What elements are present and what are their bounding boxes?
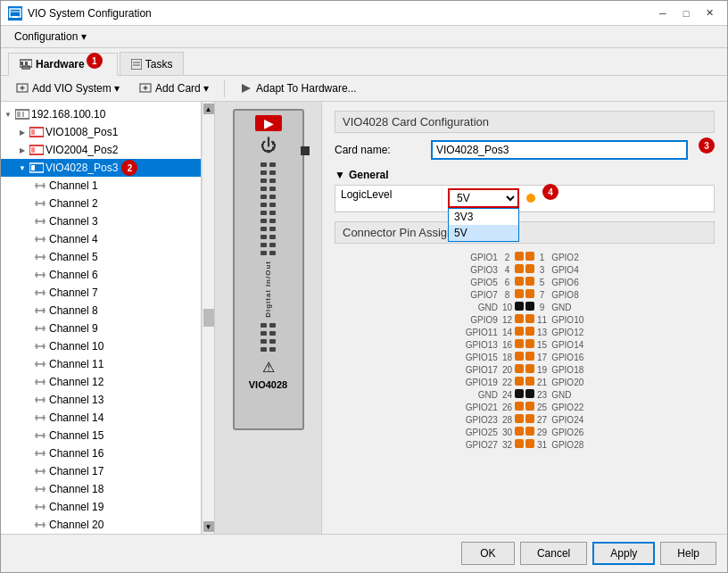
pin-left-num: 2 [500, 251, 514, 263]
pin-left-label: GPIO17 [463, 363, 500, 376]
tree-item-ch17[interactable]: Channel 17 [1, 462, 201, 480]
tree-item-ch20[interactable]: Channel 20 [1, 516, 201, 534]
pin-row-11: GND 24 23 GND [463, 388, 587, 401]
maximize-button[interactable]: □ [675, 4, 697, 22]
pin-row-2: GPIO5 6 5 GPIO6 [463, 276, 587, 288]
pin-row-15: GPIO27 32 31 GPIO28 [463, 438, 587, 451]
expand-root[interactable]: ▼ [3, 109, 13, 120]
pin-left-dot [514, 276, 525, 288]
ch18-label: Channel 18 [49, 483, 103, 495]
tree-item-root[interactable]: ▼ 192.168.100.10 [1, 105, 201, 123]
pin-left-num: 16 [500, 338, 514, 351]
option-5v[interactable]: 5V [449, 225, 518, 241]
option-3v3[interactable]: 3V3 [449, 209, 518, 225]
general-header: ▼ General [335, 169, 715, 181]
help-button[interactable]: Help [660, 542, 716, 565]
pin-left-label: GPIO9 [463, 313, 500, 326]
tree-item-ch18[interactable]: Channel 18 [1, 480, 201, 498]
tree-item-ch3[interactable]: Channel 3 [1, 212, 201, 230]
minimize-button[interactable]: ─ [652, 4, 674, 22]
pin-row-0: GPIO1 2 1 GPIO2 [463, 251, 587, 263]
vio1008-label: VIO1008_Pos1 [46, 126, 118, 138]
root-icon [15, 107, 29, 121]
pin-left-label: GPIO13 [463, 338, 500, 351]
badge-1: 1 [87, 53, 103, 69]
tree-item-ch13[interactable]: Channel 13 [1, 391, 201, 409]
expand-vio4028[interactable]: ▼ [17, 162, 28, 173]
pin-row-3: GPIO7 8 7 GPIO8 [463, 288, 587, 301]
tree-item-ch4[interactable]: Channel 4 [1, 230, 201, 248]
svg-rect-0 [10, 9, 21, 17]
logic-level-select[interactable]: 3V3 5V [448, 188, 519, 208]
pin-left-label: GPIO7 [463, 288, 500, 301]
title-text: VIO System Configuration [28, 7, 152, 20]
pin-right-dot [525, 426, 535, 438]
card-name-row: Card name: 3 [335, 140, 715, 160]
ch4-label: Channel 4 [49, 233, 98, 245]
tree-item-ch14[interactable]: Channel 14 [1, 409, 201, 427]
tree-item-ch15[interactable]: Channel 15 [1, 427, 201, 444]
pin-row-6: GPIO11 14 13 GPIO12 [463, 326, 587, 338]
card-name-input[interactable] [431, 140, 688, 160]
adapt-hardware-button[interactable]: Adapt To Hardware... [232, 79, 365, 97]
pin-right-label: GPIO10 [549, 313, 586, 326]
tree-item-ch1[interactable]: Channel 1 [1, 177, 201, 195]
configuration-menu[interactable]: Configuration ▾ [8, 28, 93, 46]
add-card-button[interactable]: Add Card ▾ [131, 79, 217, 97]
pin-left-num: 24 [500, 388, 514, 401]
warning-icon: ⚠ [262, 359, 275, 376]
tree-root-label: 192.168.100.10 [31, 108, 105, 120]
tree-item-ch9[interactable]: Channel 9 [1, 320, 201, 337]
tree-scrollbar[interactable]: ▲ ▼ [202, 102, 214, 534]
footer-buttons: OK Cancel Apply Help [1, 534, 727, 572]
tree-item-vio4028[interactable]: ▼ VIO4028_Pos3 2 [1, 159, 201, 177]
tree-item-ch5[interactable]: Channel 5 [1, 248, 201, 266]
tree-item-vio1008[interactable]: ▶ VIO1008_Pos1 [1, 123, 201, 141]
pin-left-num: 20 [500, 363, 514, 376]
ch7-label: Channel 7 [49, 286, 98, 299]
tree-item-ch6[interactable]: Channel 6 [1, 266, 201, 284]
collapse-icon[interactable]: ▼ [335, 169, 345, 181]
tree-item-ch16[interactable]: Channel 16 [1, 444, 201, 462]
tree-item-ch8[interactable]: Channel 8 [1, 302, 201, 320]
pin-left-num: 30 [500, 426, 514, 438]
app-icon [8, 6, 22, 21]
svg-rect-21 [31, 129, 35, 135]
pin-right-dot [525, 288, 535, 301]
expand-vio2004[interactable]: ▶ [17, 145, 28, 155]
svg-rect-18 [17, 112, 21, 117]
tab-tasks[interactable]: Tasks [120, 52, 185, 75]
pin-left-dot [514, 376, 525, 388]
tree-item-ch7[interactable]: Channel 7 [1, 284, 201, 302]
ch13-label: Channel 13 [49, 394, 103, 406]
add-vio-system-button[interactable]: Add VIO System ▾ [8, 79, 128, 97]
pin-right-dot [525, 388, 535, 401]
close-button[interactable]: ✕ [699, 4, 720, 22]
pin-right-num: 9 [535, 301, 549, 313]
tab-hardware[interactable]: Hardware 1 [8, 53, 118, 76]
pin-right-num: 15 [535, 338, 549, 351]
apply-button[interactable]: Apply [592, 542, 655, 565]
pin-right-label: GPIO24 [549, 413, 586, 426]
tree-item-ch11[interactable]: Channel 11 [1, 355, 201, 373]
add-card-label: Add Card ▾ [155, 82, 209, 95]
svg-rect-6 [25, 62, 28, 65]
ok-button[interactable]: OK [461, 542, 515, 565]
pin-right-label: GPIO20 [549, 376, 586, 388]
main-panel: ▶ ⏻ [215, 102, 727, 534]
pin-right-dot [525, 351, 535, 363]
tree-item-ch10[interactable]: Channel 10 [1, 337, 201, 355]
pin-right-label: GPIO6 [549, 276, 586, 288]
vio2004-label: VIO2004_Pos2 [46, 144, 118, 156]
pin-right-label: GPIO12 [549, 326, 586, 338]
tree-item-ch19[interactable]: Channel 19 [1, 498, 201, 516]
expand-vio1008[interactable]: ▶ [17, 127, 28, 137]
tree-item-ch2[interactable]: Channel 2 [1, 195, 201, 212]
pin-right-label: GPIO2 [549, 251, 586, 263]
general-label: General [349, 169, 389, 181]
pin-left-dot [514, 288, 525, 301]
tree-item-ch12[interactable]: Channel 12 [1, 373, 201, 391]
cancel-button[interactable]: Cancel [520, 542, 587, 565]
tree-item-vio2004[interactable]: ▶ VIO2004_Pos2 [1, 141, 201, 159]
pin-left-label: GND [463, 301, 500, 313]
